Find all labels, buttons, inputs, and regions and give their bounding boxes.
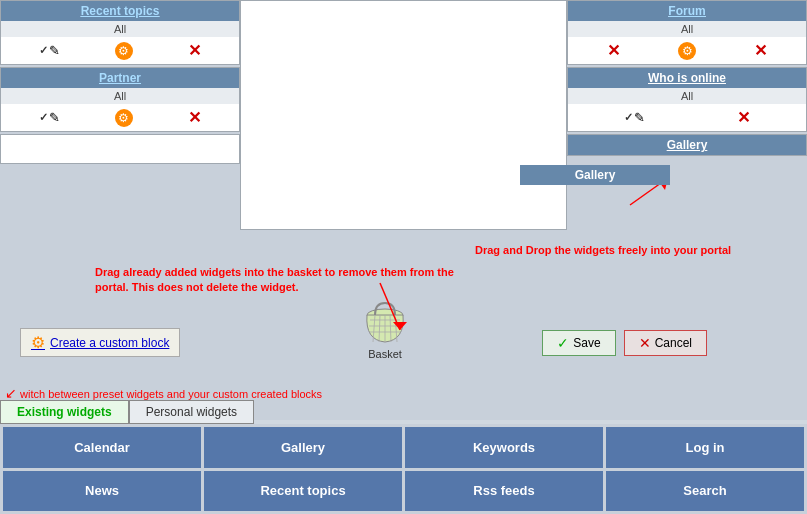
bottom-row-1: Calendar Gallery Keywords Log in — [3, 427, 804, 468]
bottom-row-2: News Recent topics Rss feeds Search — [3, 471, 804, 512]
tab-personal-widgets[interactable]: Personal widgets — [129, 400, 254, 424]
widget-forum-link[interactable]: Forum — [668, 4, 705, 18]
save-icon: ✓ — [557, 335, 569, 351]
basket-icon — [360, 295, 410, 345]
widget-btn-rss-label: Rss feeds — [473, 483, 534, 498]
switch-text: ↙ witch between preset widgets and your … — [5, 385, 322, 401]
empty-widget-slot — [0, 134, 240, 164]
gear-icon-partner[interactable]: ⚙ — [115, 109, 133, 127]
widget-partner-header[interactable]: Partner — [1, 68, 239, 88]
remove-icon-who[interactable]: ✕ — [737, 108, 750, 127]
action-buttons: ✓ Save ✕ Cancel — [542, 330, 707, 356]
widget-btn-recent-topics[interactable]: Recent topics — [204, 471, 402, 512]
edit-check-icon-partner[interactable]: ✓✎ — [39, 110, 60, 125]
widget-recent-topics-controls: ✓✎ ⚙ ✕ — [1, 37, 239, 64]
edit-check-icon[interactable]: ✓✎ — [39, 43, 60, 58]
widget-who-online-controls: ✓✎ ✕ — [568, 104, 806, 131]
drag-remove-info: Drag already added widgets into the bask… — [95, 265, 455, 296]
widget-who-online-title: Who is online — [648, 71, 726, 85]
bottom-widget-grid: Calendar Gallery Keywords Log in News Re… — [0, 424, 807, 514]
widget-who-online: Who is online All ✓✎ ✕ — [567, 67, 807, 132]
edit-check-icon-who[interactable]: ✓✎ — [624, 110, 645, 125]
tab-personal-label: Personal widgets — [146, 405, 237, 419]
basket-area: Basket — [360, 295, 410, 360]
widget-btn-calendar[interactable]: Calendar — [3, 427, 201, 468]
save-button[interactable]: ✓ Save — [542, 330, 615, 356]
gallery-drop-label: Gallery — [520, 165, 670, 185]
switch-label: witch between preset widgets and your cu… — [20, 388, 322, 400]
widget-btn-rss[interactable]: Rss feeds — [405, 471, 603, 512]
tabs-area: Existing widgets Personal widgets — [0, 400, 254, 424]
gallery-drop-zone[interactable]: Gallery — [480, 165, 710, 185]
drag-drop-info: Drag and Drop the widgets freely into yo… — [475, 244, 795, 256]
widget-forum-controls: ✕ ⚙ ✕ — [568, 37, 806, 64]
create-custom-label: Create a custom block — [50, 336, 169, 350]
widget-btn-gallery-label: Gallery — [281, 440, 325, 455]
tab-existing-label: Existing widgets — [17, 405, 112, 419]
middle-portal-column — [240, 0, 567, 230]
widget-btn-gallery[interactable]: Gallery — [204, 427, 402, 468]
widget-btn-news[interactable]: News — [3, 471, 201, 512]
widget-btn-login-label: Log in — [686, 440, 725, 455]
widget-forum-sub: All — [568, 21, 806, 37]
gear-icon-forum[interactable]: ⚙ — [678, 42, 696, 60]
widget-partner-sub: All — [1, 88, 239, 104]
widget-recent-topics-sub: All — [1, 21, 239, 37]
right-column: Forum All ✕ ⚙ ✕ Who is online All ✓✎ ✕ — [567, 0, 807, 158]
cancel-label: Cancel — [655, 336, 692, 350]
save-label: Save — [573, 336, 600, 350]
create-custom-button[interactable]: ⚙ Create a custom block — [20, 328, 180, 357]
remove-icon-recent[interactable]: ✕ — [188, 41, 201, 60]
widget-btn-news-label: News — [85, 483, 119, 498]
widget-partner: Partner All ✓✎ ⚙ ✕ — [0, 67, 240, 132]
remove-icon-forum[interactable]: ✕ — [607, 41, 620, 60]
widget-partner-link[interactable]: Partner — [99, 71, 141, 85]
widget-btn-keywords-label: Keywords — [473, 440, 535, 455]
remove2-icon-forum[interactable]: ✕ — [754, 41, 767, 60]
widget-gallery-right-title: Gallery — [667, 138, 708, 152]
switch-arrow: ↙ — [5, 385, 17, 401]
left-column: Recent topics All ✓✎ ⚙ ✕ Partner All ✓✎ — [0, 0, 240, 166]
widget-btn-search[interactable]: Search — [606, 471, 804, 512]
widget-gallery-right-header[interactable]: Gallery — [568, 135, 806, 155]
tab-existing-widgets[interactable]: Existing widgets — [0, 400, 129, 424]
widget-btn-login[interactable]: Log in — [606, 427, 804, 468]
widget-recent-topics-link[interactable]: Recent topics — [81, 4, 160, 18]
widget-forum: Forum All ✕ ⚙ ✕ — [567, 0, 807, 65]
widget-btn-calendar-label: Calendar — [74, 440, 130, 455]
create-custom-icon: ⚙ — [31, 333, 45, 352]
basket-label: Basket — [360, 348, 410, 360]
widget-who-online-sub: All — [568, 88, 806, 104]
cancel-icon: ✕ — [639, 335, 651, 351]
cancel-button[interactable]: ✕ Cancel — [624, 330, 707, 356]
widget-forum-header[interactable]: Forum — [568, 1, 806, 21]
gear-icon-recent[interactable]: ⚙ — [115, 42, 133, 60]
remove-icon-partner[interactable]: ✕ — [188, 108, 201, 127]
widget-btn-search-label: Search — [683, 483, 726, 498]
widget-who-online-header[interactable]: Who is online — [568, 68, 806, 88]
portal-area: Recent topics All ✓✎ ⚙ ✕ Partner All ✓✎ — [0, 0, 807, 420]
widget-recent-topics-header[interactable]: Recent topics — [1, 1, 239, 21]
widget-partner-controls: ✓✎ ⚙ ✕ — [1, 104, 239, 131]
widget-gallery-right: Gallery — [567, 134, 807, 156]
widget-btn-keywords[interactable]: Keywords — [405, 427, 603, 468]
widget-btn-recent-topics-label: Recent topics — [260, 483, 345, 498]
widget-recent-topics: Recent topics All ✓✎ ⚙ ✕ — [0, 0, 240, 65]
